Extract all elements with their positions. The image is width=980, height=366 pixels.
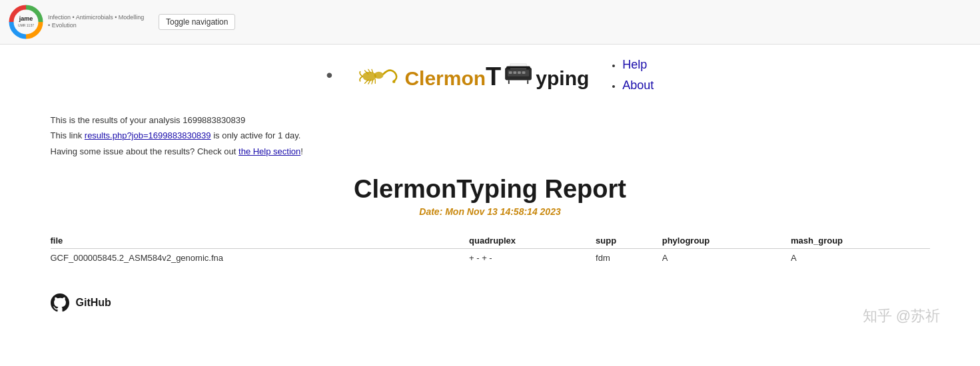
col-phylogroup: phylogroup [662,233,791,249]
scorpion-icon [358,63,404,88]
about-link[interactable]: About [622,79,654,92]
nav-link-item-about: About [622,79,654,92]
col-file: file [51,233,470,249]
svg-rect-10 [518,71,521,74]
svg-rect-8 [509,71,512,74]
github-footer: GitHub [51,293,930,312]
table-header-row: file quadruplex supp phylogroup mash_gro… [51,233,930,249]
svg-text:jame: jame [19,15,33,22]
svg-point-5 [392,80,395,83]
results-link[interactable]: results.php?job=1699883830839 [85,130,211,140]
cell-phylogroup: A [662,249,791,268]
info-line-3: Having some issue about the results? Che… [51,144,930,159]
help-link[interactable]: Help [622,58,647,71]
bullet-before-logo: • [326,65,333,86]
info-section: This is the results of your analysis 169… [51,112,930,159]
info-line-1: This is the results of your analysis 169… [51,112,930,128]
info-line-2: This link results.php?job=1699883830839 … [51,128,930,143]
github-icon [51,293,69,312]
col-mash-group: mash_group [791,233,929,249]
navbar: jame UMR 1137 Infection • Antimicrobials… [0,0,980,45]
ct-brand-text: Clermon T [404,61,589,90]
typewriter-icon [502,61,534,85]
yping-text: yping [536,67,589,90]
ct-logo: Clermon T [358,61,589,90]
github-label: GitHub [76,297,111,309]
table-row: GCF_000005845.2_ASM584v2_genomic.fna+ - … [51,249,930,268]
t-letter: T [486,64,501,89]
report-title: ClermonTyping Report [51,175,930,204]
svg-rect-9 [514,71,517,74]
cell-supp: fdm [596,249,662,268]
report-date: Date: Mon Nov 13 14:58:14 2023 [51,206,930,217]
col-supp: supp [596,233,662,249]
nav-link-item-help: Help [622,58,654,72]
svg-rect-13 [506,66,530,69]
navbar-brand: jame UMR 1137 Infection • Antimicrobials… [8,4,148,40]
results-table: file quadruplex supp phylogroup mash_gro… [51,233,930,267]
cell-quadruplex: + - + - [469,249,596,268]
svg-rect-11 [522,71,526,74]
svg-text:UMR 1137: UMR 1137 [18,23,34,27]
brand-subtitle: Infection • Antimicrobials • Modelling •… [48,14,148,29]
cell-file: GCF_000005845.2_ASM584v2_genomic.fna [51,249,470,268]
main-content: • Clermon T [24,45,957,325]
svg-point-4 [374,72,384,79]
help-section-link[interactable]: the Help section [239,146,300,156]
nav-links: Help About [609,58,654,92]
cell-mash_group: A [791,249,929,268]
jame-logo: jame UMR 1137 [8,4,44,40]
toggle-navigation-button[interactable]: Toggle navigation [159,14,235,30]
svg-point-3 [362,72,376,81]
clermon-text: Clermon [404,67,486,90]
header-section: • Clermon T [51,58,930,92]
col-quadruplex: quadruplex [469,233,596,249]
